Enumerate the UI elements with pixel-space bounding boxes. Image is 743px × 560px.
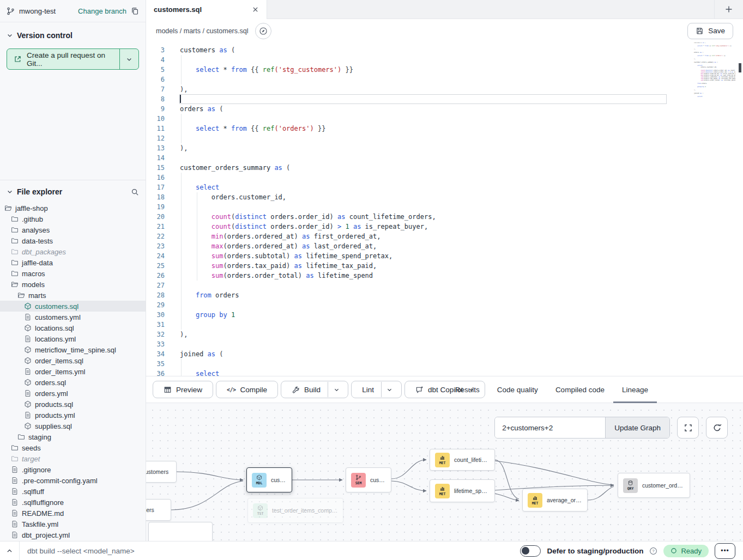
code-line-16[interactable]: 16	[146, 173, 743, 182]
lineage-node-customers-semantic[interactable]: SEMcustomers	[346, 467, 391, 492]
code-line-4[interactable]: 4	[146, 55, 743, 65]
code-line-22[interactable]: 22 min(orders.ordered_at) as first_order…	[146, 232, 743, 241]
update-graph-button[interactable]: Update Graph	[605, 417, 669, 438]
lint-dropdown-chevron[interactable]	[381, 382, 398, 397]
file-tree-item-marts[interactable]: marts	[0, 290, 146, 301]
file-tree-item-dbt-packages[interactable]: dbt_packages	[0, 246, 146, 257]
tab-compiled-code[interactable]: Compiled code	[547, 376, 613, 403]
file-tree-item-jaffle-shop[interactable]: jaffle-shop	[0, 203, 146, 214]
file-tree-item-analyses[interactable]: analyses	[0, 224, 146, 235]
close-tab-icon[interactable]	[252, 6, 259, 13]
lineage-node-test-order-items[interactable]: TSTtest_order_items_compute_to_bools...	[247, 498, 343, 523]
compile-button[interactable]: </> Compile	[216, 381, 278, 398]
tab-results[interactable]: Results	[446, 376, 488, 403]
file-tree-item-readme-md[interactable]: README.md	[0, 508, 146, 519]
code-line-14[interactable]: 14	[146, 153, 743, 163]
file-tree-item-data-tests[interactable]: data-tests	[0, 235, 146, 246]
code-line-21[interactable]: 21 count(distinct orders.order_id) > 1 a…	[146, 222, 743, 232]
code-line-13[interactable]: 13),	[146, 143, 743, 153]
code-line-10[interactable]: 10	[146, 114, 743, 124]
tab-code-quality[interactable]: Code quality	[488, 376, 547, 403]
code-line-29[interactable]: 29	[146, 300, 743, 310]
file-explorer-header[interactable]: File explorer	[0, 180, 146, 199]
code-line-7[interactable]: 7),	[146, 84, 743, 94]
code-line-28[interactable]: 28 from orders	[146, 290, 743, 300]
lineage-node-partial-node[interactable]	[148, 522, 213, 541]
code-line-33[interactable]: 33	[146, 339, 743, 349]
file-tree-item-order-items-yml[interactable]: order_items.yml	[0, 366, 146, 377]
defer-toggle[interactable]	[520, 545, 541, 557]
code-line-20[interactable]: 20 count(distinct orders.order_id) as co…	[146, 212, 743, 222]
refresh-button[interactable]	[706, 417, 728, 439]
code-line-17[interactable]: 17 select	[146, 182, 743, 192]
code-line-8[interactable]: 8	[146, 94, 743, 104]
lineage-panel[interactable]: Update Graph stg_customersordersMDLcusto…	[146, 403, 743, 541]
lint-button[interactable]: Lint	[351, 381, 402, 398]
code-line-9[interactable]: 9orders as (	[146, 104, 743, 114]
file-tree-item-products-sql[interactable]: products.sql	[0, 399, 146, 410]
lineage-node-orders-staging[interactable]: orders	[146, 499, 171, 521]
new-tab-plus-icon[interactable]	[724, 5, 733, 14]
more-options-button[interactable]: •••	[715, 543, 735, 559]
code-line-12[interactable]: 12	[146, 133, 743, 143]
code-editor[interactable]: 2with3customers as (45 select * from {{ …	[146, 42, 743, 376]
file-tree-item--gitignore[interactable]: .gitignore	[0, 464, 146, 475]
editor-scrollbar-thumb[interactable]	[739, 63, 741, 72]
code-line-32[interactable]: 32),	[146, 330, 743, 339]
code-line-26[interactable]: 26 sum(orders.order_total) as lifetime_s…	[146, 271, 743, 281]
version-control-header[interactable]: Version control	[0, 22, 146, 44]
pr-dropdown-chevron[interactable]	[119, 49, 138, 69]
compass-icon-button[interactable]	[255, 23, 271, 39]
file-tree-item-supplies-sql[interactable]: supplies.sql	[0, 421, 146, 431]
file-tree-item-orders-sql[interactable]: orders.sql	[0, 377, 146, 388]
build-dropdown-chevron[interactable]	[328, 382, 345, 397]
file-tree-item-locations-sql[interactable]: locations.sql	[0, 322, 146, 333]
lineage-node-count_lifetime_orders[interactable]: METcount_lifetime_orders	[430, 449, 495, 471]
dbt-command-input[interactable]: dbt build --select <model_name>	[20, 547, 135, 555]
lineage-selector-input[interactable]	[495, 417, 605, 438]
lineage-node-stg_customers[interactable]: stg_customers	[146, 461, 177, 483]
file-tree-item-customers-yml[interactable]: customers.yml	[0, 312, 146, 322]
code-line-31[interactable]: 31	[146, 320, 743, 330]
code-line-19[interactable]: 19	[146, 202, 743, 212]
file-tree-item-seeds[interactable]: seeds	[0, 442, 146, 453]
code-line-25[interactable]: 25 sum(orders.tax_paid) as lifetime_tax_…	[146, 261, 743, 271]
build-button[interactable]: Build	[281, 381, 348, 398]
code-line-15[interactable]: 15customer_orders_summary as (	[146, 163, 743, 173]
file-tree-item-orders-yml[interactable]: orders.yml	[0, 388, 146, 399]
code-line-23[interactable]: 23 max(orders.ordered_at) as last_ordere…	[146, 241, 743, 251]
lineage-node-customers-model[interactable]: MDLcustomers	[246, 467, 292, 492]
code-line-34[interactable]: 34joined as (	[146, 349, 743, 359]
code-line-11[interactable]: 11 select * from {{ ref('orders') }}	[146, 124, 743, 133]
file-tree-item-staging[interactable]: staging	[0, 431, 146, 442]
code-line-30[interactable]: 30 group by 1	[146, 310, 743, 320]
file-tree-item-taskfile-yml[interactable]: Taskfile.yml	[0, 519, 146, 529]
code-line-35[interactable]: 35	[146, 359, 743, 369]
file-tree-item-jaffle-data[interactable]: jaffle-data	[0, 257, 146, 268]
search-icon[interactable]	[131, 188, 139, 196]
code-line-5[interactable]: 5 select * from {{ ref('stg_customers') …	[146, 65, 743, 75]
tab-lineage[interactable]: Lineage	[613, 376, 657, 403]
minimap[interactable]: 2with3customers as (45 select * from {{ …	[692, 42, 735, 107]
file-tree-item-target[interactable]: target	[0, 453, 146, 464]
file-tree-item-customers-sql[interactable]: customers.sql	[0, 301, 146, 312]
tab-customers-sql[interactable]: customers.sql	[146, 0, 267, 19]
lineage-node-lifetime_spend_pretax[interactable]: METlifetime_spend_pretax	[430, 479, 495, 502]
file-tree-item-macros[interactable]: macros	[0, 268, 146, 279]
copy-icon[interactable]	[131, 7, 139, 15]
collapse-chevron-up-icon[interactable]	[0, 547, 19, 555]
file-tree-item--sqlfluff[interactable]: .sqlfluff	[0, 486, 146, 497]
code-line-36[interactable]: 36 select	[146, 369, 743, 376]
info-icon[interactable]: ?	[649, 547, 657, 555]
file-tree-item--sqlfluffignore[interactable]: .sqlfluffignore	[0, 497, 146, 508]
code-line-18[interactable]: 18 orders.customer_id,	[146, 192, 743, 202]
create-pr-button[interactable]: Create a pull request on Git...	[7, 48, 139, 70]
file-tree-item-products-yml[interactable]: products.yml	[0, 410, 146, 421]
file-tree-item-metricflow-time-spine-sql[interactable]: metricflow_time_spine.sql	[0, 344, 146, 355]
lineage-node-customer_order_metrics[interactable]: QRYcustomer_order_metrics	[618, 473, 690, 498]
code-line-24[interactable]: 24 sum(orders.subtotal) as lifetime_spen…	[146, 251, 743, 261]
code-line-27[interactable]: 27	[146, 281, 743, 290]
preview-button[interactable]: Preview	[153, 381, 213, 398]
lineage-node-average_order_value[interactable]: METaverage_order_value	[522, 489, 588, 512]
code-line-3[interactable]: 3customers as (	[146, 45, 743, 55]
